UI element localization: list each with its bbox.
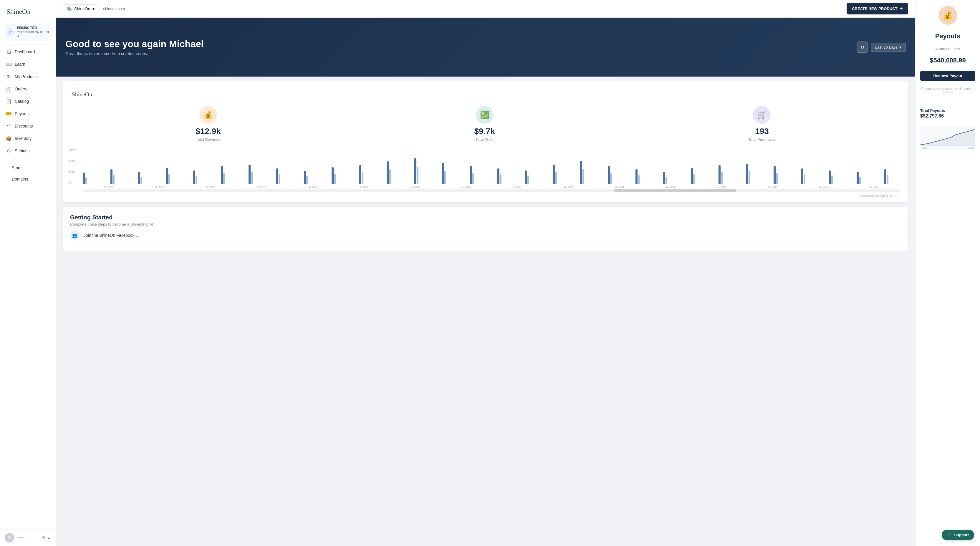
- profit-icon: 💹: [476, 106, 493, 124]
- getting-started-section: Getting Started Complete these steps to …: [63, 207, 908, 252]
- profit-bar-21: [665, 177, 667, 184]
- purchases-value: 193: [748, 127, 776, 136]
- payout-note: Requests may take up to 48 hours to proc…: [920, 87, 975, 94]
- profit-bar-7: [278, 174, 280, 184]
- available-funds-amount: $540,608.99: [920, 57, 975, 64]
- avatar: M: [5, 533, 14, 543]
- sidebar-item-my-products[interactable]: 🛍My Products: [0, 70, 56, 83]
- revenue-bar-27: [829, 170, 831, 184]
- sidebar-item-learn[interactable]: 📖Learn: [0, 58, 56, 70]
- chart-scrollbar[interactable]: [83, 189, 900, 192]
- stat-purchases: 🛒 193 Total Purchases: [748, 106, 776, 142]
- revenue-bar-24: [746, 164, 748, 184]
- profit-bar-16: [527, 175, 529, 184]
- x-label-3: 30. MAY: [236, 185, 287, 188]
- x-label-4: 1. JUN: [287, 185, 338, 188]
- bar-group-23: [707, 152, 734, 184]
- bar-group-12: [403, 152, 430, 184]
- store-selector[interactable]: 🏪 ShineOn ▾: [63, 5, 99, 13]
- settings-section-label: [0, 157, 56, 162]
- sidebar-item-inventory[interactable]: 📦Inventory: [0, 132, 56, 145]
- sidebar-footer: M •••••••• ⚙ ▲: [0, 529, 56, 546]
- revenue-bar-14: [470, 166, 472, 184]
- learn-icon: 📖: [6, 61, 12, 67]
- bar-group-11: [375, 152, 402, 184]
- orders-icon: 🛒: [6, 86, 12, 92]
- revenue-bar-4: [193, 170, 195, 184]
- chart-bars: [71, 149, 900, 184]
- payout-chart-labels: JUL JAN: [920, 146, 975, 149]
- support-button[interactable]: ❓ Support: [942, 530, 974, 540]
- x-label-9: 11. JUN: [542, 185, 593, 188]
- total-payouts-amount: $52,797.86: [920, 113, 975, 119]
- hero-text: Good to see you again Michael Great thin…: [65, 38, 204, 56]
- sidebar-item-payouts[interactable]: 💳Payouts: [0, 108, 56, 120]
- revenue-bar-7: [276, 169, 278, 184]
- profit-bar-26: [803, 174, 805, 184]
- settings-gear-icon[interactable]: ⚙ ▲: [42, 535, 51, 540]
- sidebar-item-dashboard[interactable]: ⊞Dashboard: [0, 46, 56, 58]
- create-product-button[interactable]: CREATE NEW PRODUCT +: [846, 3, 908, 14]
- profit-bar-20: [638, 175, 640, 184]
- store-name: ShineOn: [74, 6, 90, 11]
- sidebar-sub-item-domains[interactable]: Domains: [0, 174, 56, 185]
- chart-timezone: America/Chicago (UTC-5): [71, 194, 900, 197]
- x-label-1: 26. MAY: [134, 185, 185, 188]
- revenue-bar-29: [884, 169, 886, 184]
- profit-bar-5: [223, 173, 225, 184]
- refresh-button[interactable]: ↻: [857, 41, 868, 53]
- sidebar-item-catalog[interactable]: 📋Catalog: [0, 95, 56, 108]
- revenue-bar-18: [580, 161, 582, 184]
- bar-group-8: [293, 152, 320, 184]
- bar-group-3: [154, 152, 181, 184]
- bar-group-29: [873, 152, 900, 184]
- date-filter-label: Last 30 Days: [875, 45, 897, 49]
- payout-icon: 💰: [939, 6, 957, 25]
- revenue-bar-1: [110, 169, 113, 184]
- profit-bar-1: [113, 175, 115, 184]
- revenue-value: $12.9k: [196, 127, 221, 136]
- revenue-bar-23: [719, 165, 721, 184]
- sidebar-item-orders[interactable]: 🛒Orders: [0, 83, 56, 95]
- logo: ShineOn: [0, 0, 56, 21]
- profit-bar-6: [251, 172, 253, 184]
- revenue-label: Total Revenue: [196, 137, 221, 142]
- store-icon: 🏪: [67, 6, 72, 11]
- chart-label-jul: JUL: [923, 146, 927, 149]
- svg-text:ShineOn: ShineOn: [6, 8, 30, 15]
- pricing-tier-badge: 🏷 PRICING TIER You are currently on Tier…: [3, 24, 52, 41]
- revenue-bar-26: [801, 169, 803, 184]
- my-products-icon: 🛍: [6, 74, 12, 80]
- sidebar-item-discounts[interactable]: 🏷Discounts: [0, 120, 56, 132]
- gs-item-facebook[interactable]: 👥 Join the ShineOn Facebook...: [70, 226, 901, 244]
- getting-started-subtitle: Complete these steps to become a ShineOn…: [70, 222, 901, 226]
- revenue-bar-21: [663, 172, 665, 184]
- profit-bar-11: [389, 169, 391, 184]
- sidebar: ShineOn 🏷 PRICING TIER You are currently…: [0, 0, 56, 546]
- request-payout-label: Request Payout: [933, 74, 962, 78]
- inventory-icon: 📦: [6, 135, 12, 142]
- sidebar-item-settings[interactable]: ⚙Settings: [0, 145, 56, 157]
- catalog-icon: 📋: [6, 99, 12, 104]
- sidebar-item-label: Orders: [15, 87, 27, 91]
- available-funds-label: Available Funds: [920, 47, 975, 51]
- bar-group-25: [762, 152, 789, 184]
- bar-group-17: [541, 152, 568, 184]
- x-label-6: 5. JUN: [389, 185, 440, 188]
- date-filter-button[interactable]: Last 30 Days ▾: [871, 43, 906, 52]
- request-payout-button[interactable]: Request Payout: [920, 71, 975, 81]
- revenue-bar-20: [635, 169, 638, 184]
- bar-group-22: [679, 152, 706, 184]
- support-icon: ❓: [947, 533, 952, 537]
- sidebar-sub-item-store[interactable]: Store: [0, 162, 56, 174]
- sidebar-item-label: Learn: [15, 62, 25, 67]
- facebook-icon: 👥: [70, 231, 80, 240]
- right-panel: 💰 Payouts Available Funds $540,608.99 Re…: [915, 0, 980, 546]
- sidebar-item-label: Discounts: [15, 124, 33, 128]
- svg-text:ShineOn: ShineOn: [72, 91, 92, 97]
- chart-y-labels: $1200 $800 $400 $0: [69, 149, 77, 184]
- sub-item-label: Domains: [12, 177, 28, 181]
- bar-group-7: [265, 152, 292, 184]
- chart-x-labels: 24. MAY26. MAY28. MAY30. MAY1. JUN3. JUN…: [83, 185, 900, 188]
- bar-group-13: [431, 152, 458, 184]
